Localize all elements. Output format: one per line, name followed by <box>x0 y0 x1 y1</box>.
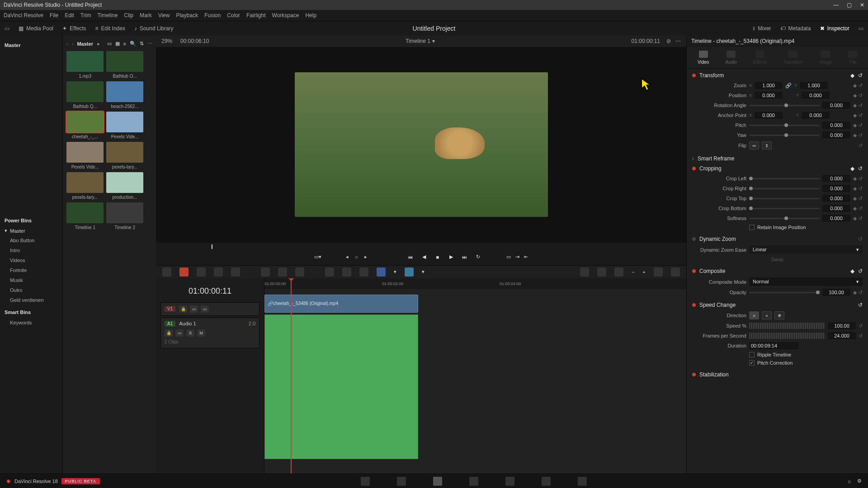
flag-icon[interactable] <box>377 267 386 277</box>
go-start-icon[interactable]: ⏮ <box>407 253 414 261</box>
viewer-scrub-bar[interactable] <box>183 244 659 250</box>
timeline-canvas[interactable]: 01:00:00:00 01:00:02:00 01:00:04:00 🔗 ch… <box>264 278 686 474</box>
keyframe-icon[interactable]: ◆ <box>853 122 857 128</box>
ease-select[interactable]: Linear▾ <box>749 245 863 254</box>
deliver-page-icon[interactable] <box>578 477 587 486</box>
keyframe-icon[interactable]: ◆ <box>850 165 854 172</box>
link-icon[interactable] <box>342 267 351 277</box>
insert-start-icon[interactable]: ⇤ <box>524 254 528 260</box>
zoom-out-icon[interactable]: − <box>632 269 634 275</box>
anchor-y-field[interactable] <box>802 112 830 119</box>
bin-item[interactable]: Intro <box>5 245 58 255</box>
section-enable-dot[interactable] <box>692 167 696 170</box>
pitch-correction-checkbox[interactable]: ✓ <box>749 360 755 366</box>
section-title-composite[interactable]: Composite <box>699 268 725 274</box>
audio-clip[interactable] <box>264 314 418 459</box>
reset-icon[interactable]: ↺ <box>858 72 863 79</box>
step-back-icon[interactable]: ◀ <box>420 253 428 261</box>
stop-icon[interactable]: ■ <box>434 253 441 261</box>
composite-mode-select[interactable]: Normal▾ <box>749 277 863 286</box>
speed-field[interactable] <box>828 322 856 329</box>
flip-v-button[interactable]: ⇕ <box>762 141 772 150</box>
auto-select-icon[interactable]: ▭ <box>175 329 184 337</box>
mixer-button[interactable]: ⫴ Mixer <box>753 25 771 32</box>
keyframe-icon[interactable]: ◆ <box>850 268 854 274</box>
crop-right-slider[interactable] <box>749 188 820 189</box>
swap-button[interactable]: Swap <box>771 257 784 262</box>
bypass-icon[interactable]: ⊘ <box>666 38 671 44</box>
reset-icon[interactable]: ↺ <box>859 122 863 128</box>
opacity-slider[interactable] <box>749 292 820 293</box>
section-enable-dot[interactable] <box>692 237 696 241</box>
play-icon[interactable]: ▶ <box>448 253 455 261</box>
direction-freeze-button[interactable]: ❄ <box>774 311 784 319</box>
reset-icon[interactable]: ↺ <box>858 165 863 172</box>
options-icon[interactable]: ⋯ <box>147 41 152 47</box>
reset-icon[interactable]: ↺ <box>859 143 863 149</box>
viewer-canvas[interactable] <box>156 47 686 243</box>
softness-field[interactable] <box>822 215 850 222</box>
effects-button[interactable]: ✦ Effects <box>62 25 86 32</box>
menu-color[interactable]: Color <box>227 12 240 19</box>
dynamic-trim-icon[interactable] <box>214 267 223 277</box>
section-stabilization[interactable]: Stabilization <box>699 371 729 378</box>
media-clip[interactable]: 1.mp3 <box>66 51 104 79</box>
home-icon[interactable]: ⌂ <box>848 479 851 484</box>
menu-edit[interactable]: Edit <box>65 12 74 19</box>
direction-forward-button[interactable]: » <box>749 311 759 319</box>
media-clip[interactable]: pexels-tary... <box>106 142 143 169</box>
media-clip[interactable]: Timeline 1 <box>66 202 104 230</box>
section-enable-dot[interactable] <box>692 269 696 273</box>
softness-slider[interactable] <box>749 218 820 219</box>
rotation-slider[interactable] <box>749 105 820 106</box>
loop-icon[interactable]: ↻ <box>475 253 482 261</box>
match-frame-prev-icon[interactable]: ◂ <box>346 254 349 260</box>
chevron-right-icon[interactable]: › <box>692 155 694 162</box>
go-end-icon[interactable]: ⏭ <box>461 253 468 261</box>
menu-fairlight[interactable]: Fairlight <box>246 12 266 19</box>
zoom-y-field[interactable] <box>800 82 828 89</box>
bin-item[interactable]: Videos <box>5 255 58 265</box>
marker-icon[interactable] <box>405 267 414 277</box>
section-enable-dot[interactable] <box>692 373 696 376</box>
rotation-field[interactable] <box>822 102 850 109</box>
view-grid-icon[interactable]: ▦ <box>115 41 120 47</box>
reset-icon[interactable]: ↺ <box>858 302 863 308</box>
position-x-field[interactable] <box>755 92 783 99</box>
bin-item[interactable]: Fortnite <box>5 265 58 275</box>
tl-options-icon[interactable] <box>671 267 680 277</box>
lock-icon[interactable] <box>359 267 368 277</box>
media-clip[interactable]: production... <box>106 172 143 200</box>
fusion-page-icon[interactable] <box>469 477 478 486</box>
match-frame-icon[interactable]: ○ <box>355 254 358 260</box>
menu-clip[interactable]: Clip <box>124 12 133 19</box>
flag-chevron-icon[interactable]: ▾ <box>394 269 396 275</box>
edit-index-button[interactable]: ≡ Edit Index <box>95 25 125 32</box>
cut-page-icon[interactable] <box>397 477 406 486</box>
pitch-slider[interactable] <box>749 125 820 126</box>
video-clip[interactable]: 🔗 cheetah_-_53486 (Original).mp4 <box>264 295 418 313</box>
anchor-x-field[interactable] <box>755 112 783 119</box>
chevron-down-icon[interactable]: ▾ <box>432 38 435 44</box>
menu-trim[interactable]: Trim <box>80 12 91 19</box>
menu-file[interactable]: File <box>50 12 58 19</box>
zoom-detail-icon[interactable] <box>597 267 606 277</box>
breadcrumb[interactable]: Master <box>77 41 93 47</box>
media-clip[interactable]: cheetah_-_... <box>66 112 104 139</box>
direction-reverse-button[interactable]: « <box>762 311 772 319</box>
menu-workspace[interactable]: Workspace <box>272 12 299 19</box>
reset-icon[interactable]: ↺ <box>859 103 863 108</box>
section-smart-reframe[interactable]: Smart Reframe <box>698 155 734 162</box>
color-page-icon[interactable] <box>505 477 514 486</box>
selection-tool-icon[interactable] <box>179 267 189 277</box>
layout-icon[interactable]: ▭ <box>859 25 863 32</box>
media-clip[interactable]: Pexels Vide... <box>106 112 143 139</box>
media-clip[interactable]: Bathtub Q... <box>66 81 104 109</box>
keyframe-icon[interactable]: ◆ <box>853 103 857 108</box>
media-clip[interactable]: Bathtub O... <box>106 51 143 79</box>
viewer-zoom[interactable]: 29% <box>161 38 172 44</box>
zoom-custom-icon[interactable] <box>614 267 623 277</box>
crop-left-field[interactable] <box>822 175 850 182</box>
playhead[interactable] <box>291 278 292 474</box>
bin-item[interactable]: Outro <box>5 285 58 295</box>
